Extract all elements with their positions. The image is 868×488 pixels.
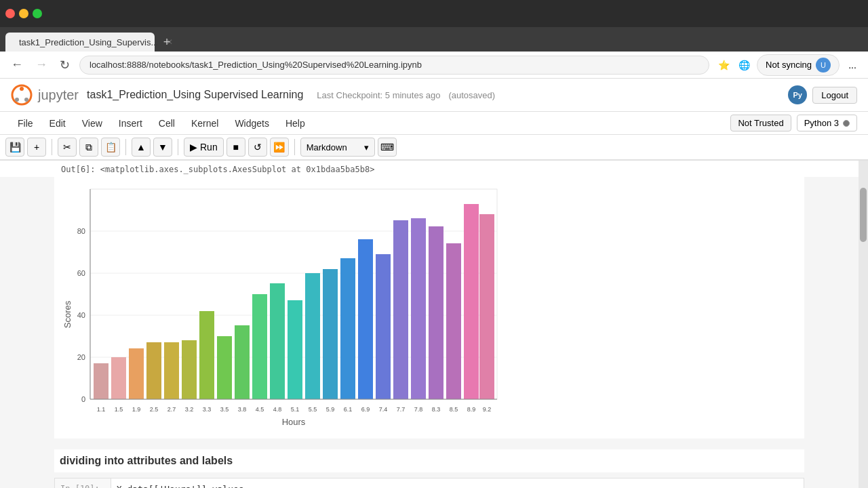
- active-tab[interactable]: task1_Prediction_Using_Supervis... ✕: [5, 33, 155, 52]
- globe-icon[interactable]: 🌐: [736, 58, 751, 73]
- notebook-title[interactable]: task1_Prediction_Using Supervised Learni…: [87, 89, 303, 101]
- move-up-button[interactable]: ▲: [132, 138, 151, 157]
- menu-edit[interactable]: Edit: [43, 115, 73, 131]
- jupyter-logo-icon: [11, 84, 33, 106]
- run-button[interactable]: ▶ Run: [184, 138, 224, 157]
- bar-5-5: [305, 273, 320, 399]
- kernel-indicator: Python 3: [797, 115, 857, 131]
- maximize-window-button[interactable]: [33, 9, 42, 18]
- bar-4-8: [270, 283, 285, 399]
- cell-code[interactable]: X=data[['Hours']].values y=data[['Scores…: [111, 479, 804, 488]
- toolbar-separator-4: [294, 139, 295, 155]
- svg-text:3.8: 3.8: [238, 406, 247, 413]
- keyboard-button[interactable]: ⌨: [378, 138, 397, 157]
- restart-run-button[interactable]: ⏩: [270, 138, 289, 157]
- kernel-status-dot: [843, 120, 850, 127]
- menu-cell[interactable]: Cell: [152, 115, 182, 131]
- restart-button[interactable]: ↺: [248, 138, 267, 157]
- svg-text:8.5: 8.5: [450, 406, 458, 413]
- not-trusted-button[interactable]: Not Trusted: [730, 115, 791, 131]
- toolbar-separator-1: [52, 139, 52, 155]
- bar-3-3: [199, 311, 214, 399]
- add-cell-button[interactable]: +: [27, 138, 46, 157]
- main-content: Out[6]: <matplotlib.axes._subplots.AxesS…: [0, 161, 868, 488]
- svg-point-2: [24, 98, 28, 102]
- bar-1-9: [129, 348, 144, 399]
- avatar: U: [816, 58, 831, 73]
- move-down-button[interactable]: ▼: [153, 138, 172, 157]
- cell-prompt: In [10]:: [55, 479, 111, 488]
- code-line-1: X=data[['Hours']].values: [117, 484, 798, 488]
- scrollbar[interactable]: [859, 161, 868, 488]
- toolbar: 💾 + ✂ ⧉ 📋 ▲ ▼ ▶ Run ■ ↺ ⏩ Markdown ▾ ⌨: [0, 135, 868, 160]
- bar-3-2: [182, 340, 197, 399]
- bar-5-1: [288, 300, 302, 399]
- toolbar-separator-3: [178, 139, 178, 155]
- more-options-button[interactable]: ...: [845, 58, 860, 73]
- logout-button[interactable]: Logout: [812, 87, 857, 104]
- svg-text:2.5: 2.5: [150, 406, 159, 413]
- jupyter-logo: jupyter: [11, 84, 79, 106]
- svg-text:1.9: 1.9: [132, 406, 141, 413]
- menu-view[interactable]: View: [75, 115, 109, 131]
- not-syncing-button[interactable]: Not syncing U: [757, 54, 840, 76]
- jupyter-header: jupyter task1_Prediction_Using Supervise…: [0, 79, 868, 161]
- chart-container: Scores 0 20 40 60: [54, 177, 804, 439]
- output-text: Out[6]: <matplotlib.axes._subplots.AxesS…: [56, 162, 380, 177]
- browser-chrome: [0, 0, 868, 27]
- code-cell-10: In [10]: X=data[['Hours']].values y=data…: [54, 478, 804, 488]
- dropdown-chevron-icon: ▾: [364, 142, 369, 152]
- menu-widgets[interactable]: Widgets: [228, 115, 276, 131]
- svg-text:4.8: 4.8: [273, 406, 282, 413]
- svg-text:1.5: 1.5: [115, 406, 123, 413]
- svg-text:40: 40: [77, 311, 85, 319]
- bar-2-5: [146, 342, 161, 399]
- minimize-window-button[interactable]: [19, 9, 28, 18]
- run-icon: ▶: [190, 142, 197, 152]
- svg-text:7.8: 7.8: [414, 406, 423, 413]
- back-button[interactable]: ←: [8, 55, 26, 75]
- menu-file[interactable]: File: [11, 115, 40, 131]
- bar-5-9: [323, 269, 338, 399]
- bar-8-5: [446, 243, 461, 399]
- svg-text:3.5: 3.5: [220, 406, 229, 413]
- menu-insert[interactable]: Insert: [112, 115, 149, 131]
- python-logo-icon: Py: [788, 85, 807, 104]
- paste-button[interactable]: 📋: [101, 138, 120, 157]
- cell-type-dropdown[interactable]: Markdown ▾: [300, 138, 375, 157]
- url-bar[interactable]: localhost:8888/notebooks/task1_Predictio…: [79, 56, 709, 75]
- tab-title: task1_Prediction_Using_Supervis...: [19, 37, 158, 47]
- y-axis-label: Scores: [62, 300, 73, 328]
- close-window-button[interactable]: [5, 9, 15, 18]
- address-bar: ← → ↻ localhost:8888/notebooks/task1_Pre…: [0, 52, 868, 79]
- svg-point-3: [15, 98, 19, 102]
- save-button[interactable]: 💾: [5, 138, 24, 157]
- forward-button[interactable]: →: [33, 55, 50, 75]
- stop-button[interactable]: ■: [226, 138, 245, 157]
- not-syncing-label: Not syncing: [766, 60, 812, 70]
- svg-text:8.3: 8.3: [432, 406, 441, 413]
- bar-7-4: [376, 254, 391, 399]
- bar-7-7: [393, 220, 408, 399]
- bar-3-5: [217, 336, 232, 399]
- bar-4-5: [252, 294, 267, 399]
- jupyter-title-bar: jupyter task1_Prediction_Using Supervise…: [0, 79, 868, 112]
- bar-8-3: [429, 226, 443, 399]
- svg-text:0: 0: [81, 395, 85, 403]
- new-tab-button[interactable]: +: [157, 33, 176, 52]
- copy-button[interactable]: ⧉: [79, 138, 98, 157]
- bar-6-9: [358, 239, 373, 399]
- bar-chart: Scores 0 20 40 60: [60, 182, 507, 433]
- svg-text:8.9: 8.9: [467, 406, 476, 413]
- menu-help[interactable]: Help: [279, 115, 312, 131]
- scrollbar-thumb[interactable]: [860, 188, 867, 242]
- bar-3-8: [235, 325, 250, 399]
- bar-7-8: [411, 218, 426, 399]
- bar-6-1: [340, 258, 355, 399]
- cut-button[interactable]: ✂: [58, 138, 77, 157]
- svg-text:6.1: 6.1: [344, 406, 353, 413]
- reload-button[interactable]: ↻: [57, 55, 73, 75]
- extensions-icon[interactable]: ⭐: [716, 58, 731, 73]
- autosaved-text: (autosaved): [448, 90, 495, 100]
- menu-kernel[interactable]: Kernel: [184, 115, 225, 131]
